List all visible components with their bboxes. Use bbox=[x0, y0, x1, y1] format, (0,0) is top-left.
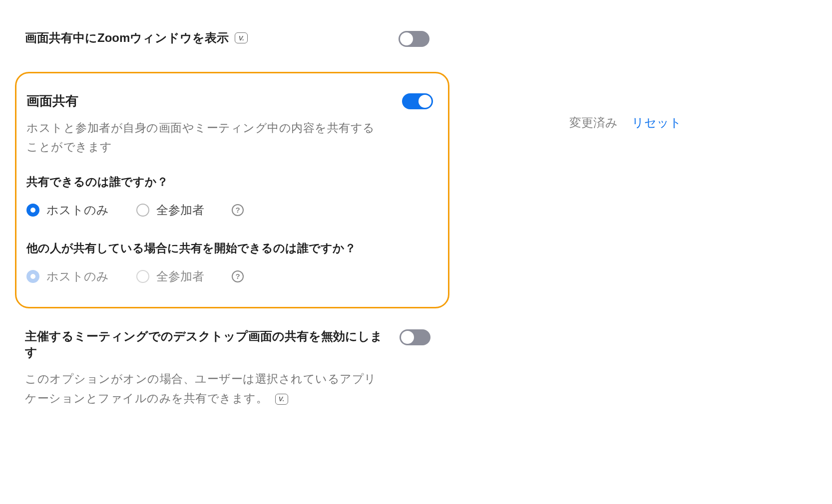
radio-label: ホストのみ bbox=[46, 202, 109, 218]
radio-host-only-share[interactable]: ホストのみ bbox=[26, 202, 109, 218]
help-icon[interactable]: ? bbox=[232, 204, 244, 216]
setting-description-text: このオプションがオンの場合、ユーザーは選択されているアプリケーションとファイルの… bbox=[25, 372, 377, 405]
reset-link[interactable]: リセット bbox=[632, 115, 682, 131]
radio-circle-icon bbox=[26, 270, 39, 283]
who-can-share-question: 共有できるのは誰ですか？ bbox=[26, 174, 402, 190]
help-icon[interactable]: ? bbox=[232, 270, 244, 282]
modified-status-label: 変更済み bbox=[569, 115, 618, 131]
screen-sharing-description: ホストと参加者が自身の画面やミーティング中の内容を共有することができます bbox=[26, 119, 376, 157]
toggle-wrapper bbox=[402, 92, 433, 109]
radio-all-participants-start[interactable]: 全参加者 bbox=[136, 268, 204, 284]
highlighted-inner: 画面共有 ホストと参加者が自身の画面やミーティング中の内容を共有することができま… bbox=[26, 92, 433, 284]
radio-circle-icon bbox=[136, 270, 149, 283]
setting-disable-desktop-share: 主催するミーティングでのデスクトップ画面の共有を無効にします このオプションがオ… bbox=[25, 328, 807, 408]
toggle-disable-desktop-share[interactable] bbox=[400, 329, 430, 345]
setting-title-row: 画面共有中にZoomウィンドウを表示 V. bbox=[25, 30, 390, 46]
screen-sharing-content: 画面共有 ホストと参加者が自身の画面やミーティング中の内容を共有することができま… bbox=[26, 92, 402, 284]
toggle-knob bbox=[418, 95, 431, 108]
who-can-start-radio-group: ホストのみ 全参加者 ? bbox=[26, 268, 402, 284]
reset-area: 変更済み リセット bbox=[569, 115, 682, 131]
radio-label: ホストのみ bbox=[46, 268, 109, 284]
toggle-knob bbox=[401, 331, 414, 344]
version-badge-icon[interactable]: V. bbox=[235, 32, 248, 43]
setting-title-text: 画面共有中にZoomウィンドウを表示 bbox=[25, 30, 229, 46]
toggle-wrapper bbox=[390, 30, 429, 47]
radio-host-only-start[interactable]: ホストのみ bbox=[26, 268, 109, 284]
radio-label: 全参加者 bbox=[156, 268, 204, 284]
radio-circle-icon bbox=[136, 204, 149, 217]
setting-show-zoom-window: 画面共有中にZoomウィンドウを表示 V. bbox=[25, 30, 807, 47]
radio-label: 全参加者 bbox=[156, 202, 204, 218]
toggle-wrapper bbox=[385, 328, 430, 345]
setting-description-row: このオプションがオンの場合、ユーザーは選択されているアプリケーションとファイルの… bbox=[25, 369, 385, 408]
who-can-start-question: 他の人が共有している場合に共有を開始できるのは誰ですか？ bbox=[26, 241, 402, 256]
radio-all-participants-share[interactable]: 全参加者 bbox=[136, 202, 204, 218]
setting-title-text: 主催するミーティングでのデスクトップ画面の共有を無効にします bbox=[25, 328, 385, 360]
screen-sharing-title: 画面共有 bbox=[26, 92, 402, 110]
setting-content: 画面共有中にZoomウィンドウを表示 V. bbox=[25, 30, 390, 46]
setting-title-row: 主催するミーティングでのデスクトップ画面の共有を無効にします bbox=[25, 328, 385, 360]
toggle-show-zoom-window[interactable] bbox=[399, 31, 429, 47]
setting-content: 主催するミーティングでのデスクトップ画面の共有を無効にします このオプションがオ… bbox=[25, 328, 385, 408]
who-can-share-radio-group: ホストのみ 全参加者 ? bbox=[26, 202, 402, 218]
version-badge-icon[interactable]: V. bbox=[275, 394, 288, 405]
toggle-knob bbox=[400, 32, 413, 45]
toggle-screen-sharing[interactable] bbox=[402, 93, 433, 109]
radio-circle-icon bbox=[26, 204, 39, 217]
highlighted-screen-sharing-section: 画面共有 ホストと参加者が自身の画面やミーティング中の内容を共有することができま… bbox=[15, 72, 449, 308]
